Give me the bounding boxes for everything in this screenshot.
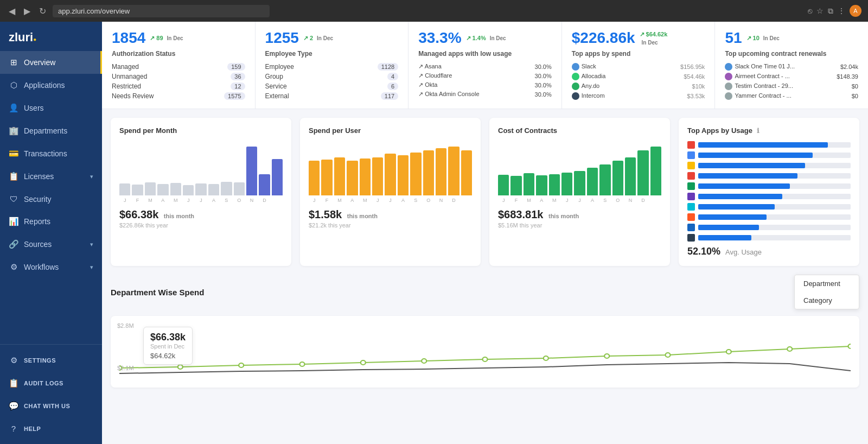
puzzle-icon[interactable]: ⧉ [828,7,833,16]
bar [259,174,270,195]
sidebar-item-settings[interactable]: ⚙ SETTINGS [0,349,102,372]
line-chart-svg [119,335,851,379]
chart-title: Spend per User [309,126,472,135]
sidebar-item-overview[interactable]: ⊞ Overview [0,51,102,74]
bar-label [650,198,661,203]
bar-labels: JFMAMJJASOND [498,198,661,203]
dropdown-item-category[interactable]: Category [795,292,859,309]
svg-point-2 [239,363,244,367]
address-bar[interactable]: app.zluri.com/overview [53,5,270,17]
trend-badge: ↗ 89 In Dec [150,35,183,42]
bookmark-icon[interactable]: ☆ [816,7,824,15]
sidebar-item-licenses[interactable]: 📋 Licenses ▾ [0,165,102,188]
card-label: Top upcoming contract renewals [725,50,858,58]
chat-icon: 💬 [9,401,18,411]
dropdown-item-department[interactable]: Department [795,275,859,292]
forward-button[interactable]: ▶ [22,4,33,18]
bar-label: M [334,198,345,203]
bar [574,171,585,195]
user-avatar[interactable]: A [850,5,861,17]
dept-dropdown[interactable]: Department Category [794,275,859,309]
help-icon: ? [9,424,18,433]
bar [410,153,421,196]
users-icon: 👤 [9,103,18,113]
more-icon[interactable]: ⋮ [838,7,845,15]
card-row: ↗ Asana30.0% [418,62,552,71]
usage-bar-fill [698,204,775,210]
card-row: Group4 [265,72,399,81]
card-row: Needs Review1575 [112,91,245,101]
usage-row [687,234,851,242]
usage-bar-container [698,173,851,179]
bar [650,147,661,195]
bar-label: J [574,198,585,203]
top-card-contracts: 51 ↗ 10 In Dec Top upcoming contract ren… [715,22,868,109]
bar [448,147,459,195]
bar-label: F [510,198,521,203]
sidebar-item-security[interactable]: 🛡 Security [0,188,102,210]
app-icon [687,213,695,221]
svg-point-10 [726,350,731,354]
card-number: $226.86k ↗ $64.62k In Dec [572,29,705,47]
bar-label: J [195,198,206,203]
card-number: 51 ↗ 10 In Dec [725,29,858,47]
svg-point-1 [178,365,183,369]
share-icon[interactable]: ⎋ [808,7,812,15]
trend-badge: ↗ 10 In Dec [746,35,780,42]
usage-bar-fill [698,235,751,240]
bar [334,157,345,196]
chart-title: Cost of Contracts [498,126,661,135]
bar-label: S [410,198,421,203]
usage-row [687,203,851,211]
top-card-employee-type: 1255 ↗ 2 In Dec Employee Type Employee11… [256,22,409,109]
usage-bar-container [698,163,851,168]
app-icon [687,182,695,190]
sidebar-item-applications[interactable]: ⬡ Applications [0,74,102,97]
card-rows: Managed159 Unmanaged36 Restricted12 Need… [112,62,245,101]
top-card-low-usage: 33.3% ↗ 1.4% In Dec Managed apps with lo… [409,22,562,109]
bar-label: M [145,198,156,203]
usage-bar-container [698,225,851,230]
bar [347,161,358,195]
stat-year: $5.16M this year [498,222,661,229]
card-row: Service6 [265,81,399,91]
refresh-button[interactable]: ↻ [37,4,48,18]
sidebar-item-departments[interactable]: 🏢 Departments [0,119,102,142]
app-icon [687,172,695,180]
applications-icon: ⬡ [9,80,18,90]
sidebar-item-label: SETTINGS [24,357,56,364]
card-row: Allocadia $54.46k [572,72,705,81]
bar [208,184,219,195]
sidebar-item-sources[interactable]: 🔗 Sources ▾ [0,233,102,256]
usage-bar-fill [698,163,805,168]
audit-logs-icon: 📋 [9,378,18,388]
sidebar-item-label: HELP [24,426,41,432]
sidebar-item-help[interactable]: ? HELP [0,417,102,440]
card-row: Any.do $10k [572,81,705,91]
tooltip-val: $66.38k [150,332,186,343]
back-button[interactable]: ◀ [7,4,17,18]
bar [461,150,472,196]
sidebar-item-workflows[interactable]: ⚙ Workflows ▾ [0,256,102,278]
bar-chart [119,141,283,195]
bar [587,168,598,195]
departments-icon: 🏢 [9,126,18,136]
sidebar-item-label: Reports [24,217,50,226]
info-icon: ℹ [757,127,760,135]
trend-badge: ↗ 1.4% In Dec [466,35,506,42]
sidebar-item-label: Security [24,195,52,204]
bar [132,185,143,195]
bar-label: M [524,198,534,203]
card-row: ↗ Okta Admin Console30.0% [418,90,552,99]
usage-bar-container [698,194,851,199]
sidebar-item-audit-logs[interactable]: 📋 AUDIT LOGS [0,372,102,395]
bar-label: M [360,198,371,203]
sidebar-item-transactions[interactable]: 💳 Transactions [0,142,102,165]
sidebar-item-users[interactable]: 👤 Users [0,97,102,119]
sidebar-item-reports[interactable]: 📊 Reports [0,210,102,233]
sidebar-item-label: Transactions [24,149,67,158]
bar-labels: JFMAMJJASOND [119,198,283,203]
card-row: Unmanaged36 [112,72,245,81]
sidebar-item-label: Overview [24,58,55,67]
sidebar-item-chat[interactable]: 💬 CHAT WITH US [0,395,102,417]
